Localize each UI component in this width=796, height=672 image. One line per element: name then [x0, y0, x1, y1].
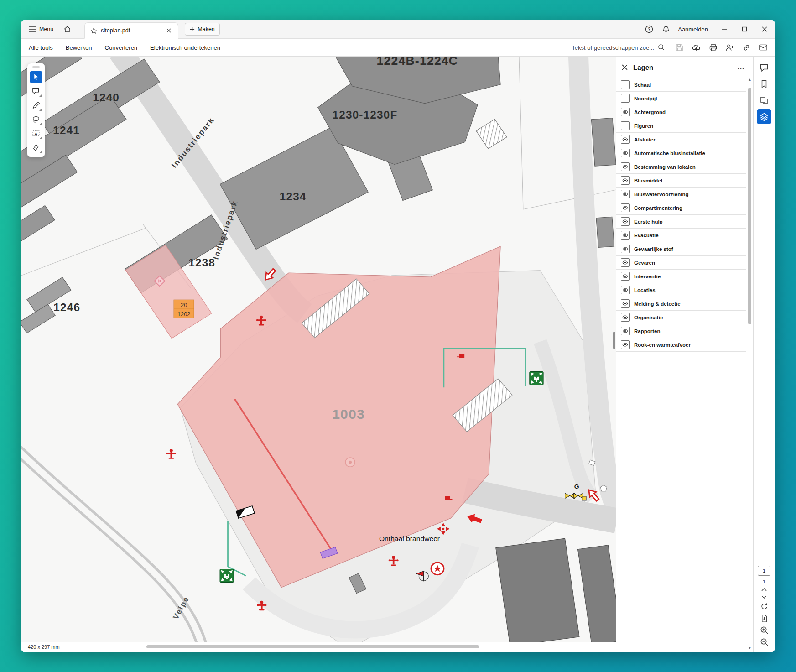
sprinkler-symbol-center [349, 461, 352, 464]
layer-row-schaal[interactable]: Schaal [616, 78, 746, 92]
text-select-tool[interactable]: A [30, 127, 42, 140]
layer-visibility-toggle[interactable] [621, 217, 630, 226]
layer-row-compartimentering[interactable]: Compartimentering [616, 201, 746, 215]
eye-icon [622, 177, 628, 183]
layer-checkbox[interactable] [621, 80, 630, 89]
layer-visibility-toggle[interactable] [621, 245, 630, 253]
search-field[interactable]: Tekst of gereedschappen zoe... [572, 44, 665, 51]
layer-row-figuren[interactable]: Figuren [616, 119, 746, 133]
export-page-button[interactable] [760, 614, 769, 623]
layer-visibility-toggle[interactable] [621, 258, 630, 267]
minimize-button[interactable] [714, 20, 734, 38]
close-layers-panel-button[interactable] [622, 64, 628, 70]
rotate-refresh-button[interactable] [760, 602, 769, 611]
scroll-down-arrow-icon[interactable]: ▼ [748, 646, 752, 651]
layer-row-melding-detectie[interactable]: Melding & detectie [616, 297, 746, 311]
layer-visibility-toggle[interactable] [621, 162, 630, 171]
favorite-star-icon[interactable] [90, 27, 97, 34]
document-tab[interactable]: siteplan.pdf [84, 22, 178, 39]
document-canvas[interactable]: 20 1202 1240 1241 1246 1238 1234 1230-12… [21, 57, 616, 642]
eye-icon [622, 314, 628, 320]
sign-in-button[interactable]: Aanmelden [678, 26, 708, 33]
close-window-button[interactable] [754, 20, 775, 38]
layer-visibility-toggle[interactable] [621, 190, 630, 198]
layer-visibility-toggle[interactable] [621, 231, 630, 240]
scroll-up-arrow-icon[interactable]: ▲ [748, 78, 752, 82]
comments-panel-button[interactable] [757, 60, 771, 75]
layer-label: Achtergrond [634, 109, 666, 115]
layer-visibility-toggle[interactable] [621, 149, 630, 157]
statusbar: 420 x 297 mm [21, 642, 616, 652]
menu-button[interactable]: Menu [21, 20, 59, 38]
layer-visibility-toggle[interactable] [621, 327, 630, 335]
layer-row-blusmiddel[interactable]: Blusmiddel [616, 174, 746, 188]
add-user-icon[interactable] [726, 44, 734, 51]
layer-visibility-toggle[interactable] [621, 108, 630, 116]
mail-icon[interactable] [759, 44, 767, 51]
layer-row-evacuatie[interactable]: Evacuatie [616, 229, 746, 242]
layer-visibility-toggle[interactable] [621, 135, 630, 144]
next-page-button[interactable] [761, 595, 767, 599]
scrollbar-thumb[interactable] [748, 88, 751, 324]
layer-row-automatische-blusinstallatie[interactable]: Automatische blusinstallatie [616, 146, 746, 160]
print-icon[interactable] [709, 44, 717, 52]
layer-checkbox[interactable] [621, 94, 630, 103]
layer-row-rook-en-warmteafvoer[interactable]: Rook-en warmteafvoer [616, 338, 746, 352]
close-tab-button[interactable] [165, 27, 172, 34]
create-button[interactable]: Maken [185, 23, 220, 36]
rail-drag-handle[interactable] [32, 66, 40, 68]
bookmarks-panel-button[interactable] [757, 77, 771, 91]
submenu-chevron-icon [39, 137, 42, 139]
layer-row-gevaarlijke-stof[interactable]: Gevaarlijke stof [616, 242, 746, 256]
home-button[interactable] [59, 20, 76, 38]
horizontal-scrollbar-thumb[interactable] [146, 645, 479, 648]
menu-ondertekenen[interactable]: Elektronisch ondertekenen [150, 44, 220, 51]
maximize-button[interactable] [734, 20, 754, 38]
layer-row-eerste-hulp[interactable]: Eerste hulp [616, 215, 746, 229]
layer-visibility-toggle[interactable] [621, 203, 630, 212]
layer-visibility-toggle[interactable] [621, 313, 630, 322]
zoom-in-button[interactable] [760, 626, 769, 635]
layer-row-locaties[interactable]: Locaties [616, 283, 746, 297]
layer-row-bluswatervoorziening[interactable]: Bluswatervoorziening [616, 188, 746, 201]
link-icon[interactable] [743, 44, 750, 52]
map-label-1202: 1202 [177, 311, 190, 318]
select-tool[interactable] [30, 71, 42, 83]
layer-row-rapporten[interactable]: Rapporten [616, 324, 746, 338]
cloud-upload-icon[interactable] [692, 44, 701, 51]
layer-row-afsluiter[interactable]: Afsluiter [616, 133, 746, 146]
layer-visibility-toggle[interactable] [621, 340, 630, 349]
save-icon[interactable] [676, 44, 683, 52]
layers-panel-button[interactable] [757, 109, 771, 124]
layer-row-achtergrond[interactable]: Achtergrond [616, 105, 746, 119]
zoom-out-button[interactable] [760, 638, 769, 646]
layer-visibility-toggle[interactable] [621, 286, 630, 294]
layer-row-gevaren[interactable]: Gevaren [616, 256, 746, 270]
menu-bewerken[interactable]: Bewerken [66, 44, 92, 51]
previous-page-button[interactable] [761, 588, 767, 592]
layer-row-organisatie[interactable]: Organisatie [616, 311, 746, 324]
menu-converteren[interactable]: Converteren [105, 44, 138, 51]
lasso-tool[interactable] [30, 113, 42, 126]
layer-label: Automatische blusinstallatie [634, 151, 705, 156]
comment-tool[interactable] [30, 85, 42, 98]
current-page-input[interactable]: 1 [758, 566, 770, 576]
layer-checkbox[interactable] [621, 121, 630, 130]
layers-panel-header: Lagen … [616, 57, 753, 78]
layer-visibility-toggle[interactable] [621, 299, 630, 308]
fill-sign-tool[interactable] [30, 141, 42, 154]
layers-options-button[interactable]: … [734, 63, 748, 71]
help-button[interactable]: ? [640, 20, 658, 38]
svg-text:?: ? [648, 27, 650, 32]
menu-alle-tools[interactable]: Alle tools [29, 44, 53, 51]
layer-row-bestemming-van-lokalen[interactable]: Bestemming van lokalen [616, 160, 746, 174]
page-thumbnails-button[interactable] [757, 93, 771, 108]
layer-row-interventie[interactable]: Interventie [616, 270, 746, 283]
layer-visibility-toggle[interactable] [621, 272, 630, 281]
layer-row-noordpijl[interactable]: Noordpijl [616, 92, 746, 105]
scrollbar-track[interactable] [748, 82, 751, 646]
draw-tool[interactable] [30, 99, 42, 112]
vertical-scrollbar-thumb[interactable] [613, 332, 615, 349]
notifications-button[interactable] [658, 20, 674, 38]
layer-visibility-toggle[interactable] [621, 176, 630, 185]
